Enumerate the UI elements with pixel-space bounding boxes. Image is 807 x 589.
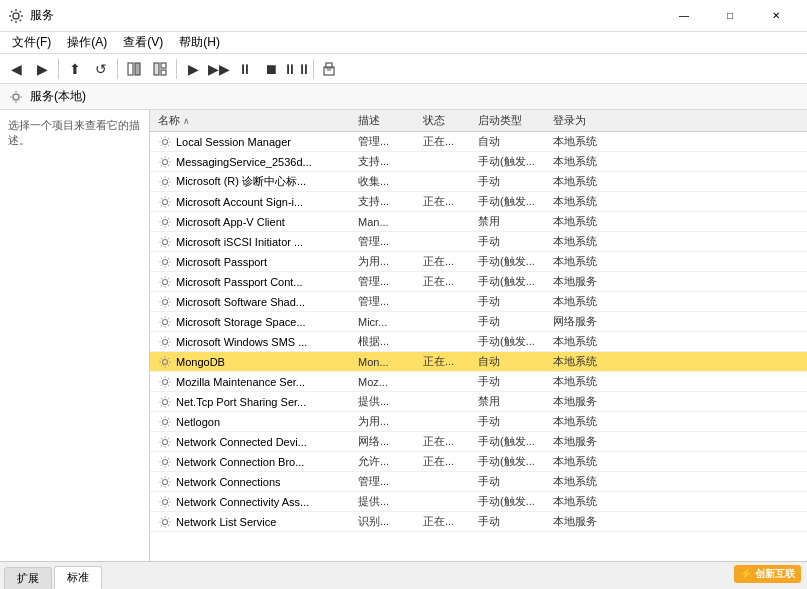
service-desc: 管理... (354, 234, 419, 249)
info-button[interactable] (318, 57, 342, 81)
close-button[interactable]: ✕ (753, 0, 799, 32)
table-row[interactable]: Microsoft (R) 诊断中心标... 收集... 手动 本地系统 (150, 172, 807, 192)
minimize-button[interactable]: — (661, 0, 707, 32)
table-row[interactable]: Network Connected Devi... 网络... 正在... 手动… (150, 432, 807, 452)
forward-button[interactable]: ▶ (30, 57, 54, 81)
service-login: 本地服务 (549, 434, 629, 449)
service-desc: Mon... (354, 356, 419, 368)
table-row[interactable]: Microsoft iSCSI Initiator ... 管理... 手动 本… (150, 232, 807, 252)
service-start-type: 手动 (474, 234, 549, 249)
service-name-cell: Network Connected Devi... (154, 435, 354, 449)
service-name: Network Connections (176, 476, 281, 488)
table-row[interactable]: Microsoft App-V Client Man... 禁用 本地系统 (150, 212, 807, 232)
table-row[interactable]: Microsoft Windows SMS ... 根据... 手动(触发...… (150, 332, 807, 352)
toolbar-separator-2 (117, 59, 118, 79)
service-start-type: 禁用 (474, 214, 549, 229)
refresh-button[interactable]: ↺ (89, 57, 113, 81)
svg-point-28 (163, 499, 168, 504)
table-row[interactable]: Microsoft Software Shad... 管理... 手动 本地系统 (150, 292, 807, 312)
menu-view[interactable]: 查看(V) (115, 32, 171, 53)
service-desc: 为用... (354, 254, 419, 269)
svg-point-12 (163, 179, 168, 184)
tree-button[interactable] (148, 57, 172, 81)
table-row[interactable]: Microsoft Account Sign-i... 支持... 正在... … (150, 192, 807, 212)
tab-标准[interactable]: 标准 (54, 566, 102, 589)
table-row[interactable]: Mozilla Maintenance Ser... Moz... 手动 本地系… (150, 372, 807, 392)
service-status: 正在... (419, 194, 474, 209)
service-status: 正在... (419, 134, 474, 149)
service-start-type: 手动(触发... (474, 274, 549, 289)
service-icon (158, 155, 172, 169)
table-row[interactable]: Net.Tcp Port Sharing Ser... 提供... 禁用 本地服… (150, 392, 807, 412)
table-row[interactable]: Microsoft Passport Cont... 管理... 正在... 手… (150, 272, 807, 292)
left-panel: 选择一个项目来查看它的描述。 (0, 110, 150, 561)
table-row[interactable]: Netlogon 为用... 手动 本地系统 (150, 412, 807, 432)
service-start-type: 手动 (474, 414, 549, 429)
service-login: 本地系统 (549, 374, 629, 389)
svg-point-21 (163, 359, 168, 364)
right-panel: 名称 ∧ 描述 状态 启动类型 登录为 Local Session Manage… (150, 110, 807, 561)
service-login: 本地系统 (549, 474, 629, 489)
table-row[interactable]: Network Connectivity Ass... 提供... 手动(触发.… (150, 492, 807, 512)
back-button[interactable]: ◀ (4, 57, 28, 81)
menu-help[interactable]: 帮助(H) (171, 32, 228, 53)
service-icon (158, 215, 172, 229)
toolbar-separator-1 (58, 59, 59, 79)
pause2-button[interactable]: ⏸⏸ (285, 57, 309, 81)
service-desc: 支持... (354, 194, 419, 209)
service-start-type: 手动 (474, 474, 549, 489)
table-row[interactable]: Network Connections 管理... 手动 本地系统 (150, 472, 807, 492)
maximize-button[interactable]: □ (707, 0, 753, 32)
service-name-cell: Network Connections (154, 475, 354, 489)
play2-button[interactable]: ▶▶ (207, 57, 231, 81)
service-login: 本地服务 (549, 274, 629, 289)
service-status: 正在... (419, 514, 474, 529)
tree-icon (153, 62, 167, 76)
window-title: 服务 (30, 7, 54, 24)
menu-bar: 文件(F) 操作(A) 查看(V) 帮助(H) (0, 32, 807, 54)
service-name: Microsoft Storage Space... (176, 316, 306, 328)
table-row[interactable]: Network List Service 识别... 正在... 手动 本地服务 (150, 512, 807, 532)
service-start-type: 手动 (474, 374, 549, 389)
stop-button[interactable]: ⏹ (259, 57, 283, 81)
service-login: 本地系统 (549, 234, 629, 249)
service-status: 正在... (419, 254, 474, 269)
service-login: 本地系统 (549, 254, 629, 269)
service-name-cell: MongoDB (154, 355, 354, 369)
service-start-type: 手动 (474, 294, 549, 309)
service-desc: 收集... (354, 174, 419, 189)
svg-point-25 (163, 439, 168, 444)
table-row[interactable]: MessagingService_2536d... 支持... 手动(触发...… (150, 152, 807, 172)
table-row[interactable]: Local Session Manager 管理... 正在... 自动 本地系… (150, 132, 807, 152)
svg-point-18 (163, 299, 168, 304)
service-start-type: 禁用 (474, 394, 549, 409)
service-icon (158, 395, 172, 409)
service-start-type: 手动 (474, 314, 549, 329)
tab-扩展[interactable]: 扩展 (4, 567, 52, 589)
up-button[interactable]: ⬆ (63, 57, 87, 81)
service-status: 正在... (419, 274, 474, 289)
service-login: 本地服务 (549, 514, 629, 529)
toolbar-separator-4 (313, 59, 314, 79)
service-name-cell: Microsoft App-V Client (154, 215, 354, 229)
service-name-cell: Network Connection Bro... (154, 455, 354, 469)
svg-point-14 (163, 219, 168, 224)
show-hide-button[interactable] (122, 57, 146, 81)
service-icon (158, 335, 172, 349)
table-row[interactable]: Microsoft Passport 为用... 正在... 手动(触发... … (150, 252, 807, 272)
menu-file[interactable]: 文件(F) (4, 32, 59, 53)
service-icon (158, 315, 172, 329)
computer-icon (8, 89, 24, 105)
pause-button[interactable]: ⏸ (233, 57, 257, 81)
table-row[interactable]: MongoDB Mon... 正在... 自动 本地系统 (150, 352, 807, 372)
play-button[interactable]: ▶ (181, 57, 205, 81)
service-status: 正在... (419, 354, 474, 369)
table-row[interactable]: Network Connection Bro... 允许... 正在... 手动… (150, 452, 807, 472)
menu-action[interactable]: 操作(A) (59, 32, 115, 53)
col-header-name: 名称 ∧ (154, 113, 354, 128)
toolbar: ◀ ▶ ⬆ ↺ ▶ ▶▶ ⏸ ⏹ ⏸⏸ (0, 54, 807, 84)
service-desc: 根据... (354, 334, 419, 349)
window-controls: — □ ✕ (661, 0, 799, 32)
table-row[interactable]: Microsoft Storage Space... Micr... 手动 网络… (150, 312, 807, 332)
svg-point-10 (163, 139, 168, 144)
